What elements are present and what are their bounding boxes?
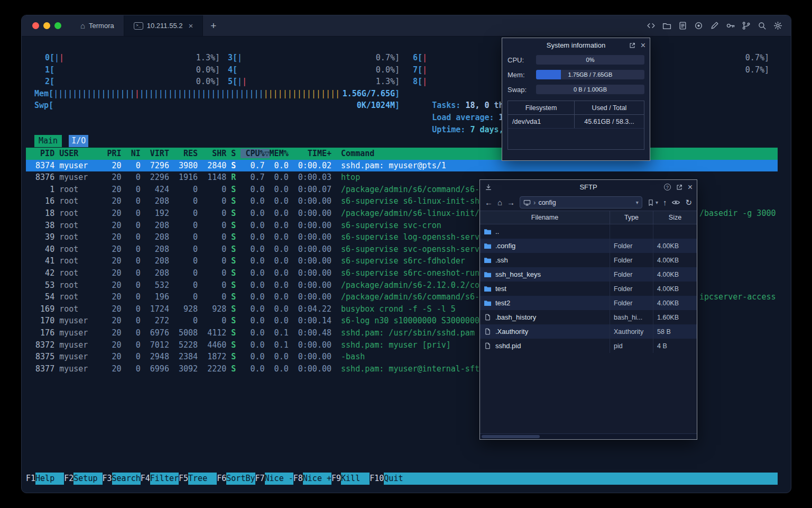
gear-icon[interactable] — [773, 21, 782, 30]
fnkey-F7[interactable]: F7 — [255, 473, 265, 485]
minimize-window-button[interactable] — [43, 22, 50, 29]
col-header-time[interactable]: TIME+ — [293, 149, 331, 158]
show-hidden-files-icon[interactable] — [671, 198, 680, 207]
file-row-test[interactable]: testFolder4.00KB — [480, 282, 697, 296]
fnkey-label-F7[interactable]: Nice - — [265, 473, 293, 485]
meter-tick: | — [422, 65, 427, 75]
pencil-icon[interactable] — [710, 21, 719, 30]
cell-pid: 169 — [26, 304, 54, 314]
col-header-ni[interactable]: NI — [126, 149, 141, 158]
gap — [331, 328, 341, 338]
gap — [54, 232, 59, 242]
gap — [141, 208, 145, 218]
fnkey-label-F5[interactable]: Tree — [188, 473, 217, 485]
download-icon[interactable] — [485, 184, 492, 191]
col-header-pri[interactable]: PRI — [107, 149, 122, 158]
forward-button[interactable]: → — [507, 198, 515, 206]
col-header-mem[interactable]: MEM% — [270, 149, 289, 158]
fnkey-F3[interactable]: F3 — [103, 473, 112, 485]
key-icon[interactable] — [726, 21, 735, 30]
close-window-button[interactable] — [32, 22, 39, 29]
col-header-user[interactable]: USER — [59, 149, 107, 158]
file-row-.config[interactable]: .configFolder4.00KB — [480, 239, 697, 253]
search-icon[interactable] — [758, 21, 767, 30]
fnkey-F8[interactable]: F8 — [293, 473, 303, 485]
fnkey-label-F9[interactable]: Kill — [341, 473, 370, 485]
new-tab-button[interactable]: + — [203, 15, 224, 36]
col-header-virt[interactable]: VIRT — [145, 149, 169, 158]
cell-cpu: 0.0 — [241, 221, 264, 230]
memory-meter-label: Mem[ — [34, 88, 53, 100]
scrollbar-thumb[interactable] — [482, 435, 540, 438]
fnkey-F5[interactable]: F5 — [179, 473, 188, 485]
col-header-filename[interactable]: Filename — [480, 211, 610, 224]
meter-tick: | — [106, 89, 110, 98]
gap — [169, 328, 174, 338]
cell-mem: 0.0 — [265, 173, 289, 182]
file-row-test2[interactable]: test2Folder4.00KB — [480, 296, 697, 310]
folder-icon[interactable] — [662, 21, 671, 30]
fnkey-label-F3[interactable]: Search — [112, 473, 141, 485]
col-header-res[interactable]: RES — [174, 149, 198, 158]
parent-directory-button[interactable]: ↑ — [663, 198, 667, 206]
col-header-pid[interactable]: PID — [26, 149, 54, 158]
close-tab-icon[interactable]: × — [188, 21, 193, 30]
fnkey-label-F10[interactable]: Quit — [384, 473, 412, 485]
close-panel-icon[interactable]: × — [641, 41, 645, 50]
file-row-ssh_host_keys[interactable]: ssh_host_keysFolder4.00KB — [480, 267, 697, 282]
cell-virt: 6976 — [145, 328, 169, 338]
fnkey-label-F1[interactable]: Help — [35, 473, 64, 485]
open-in-window-icon[interactable] — [676, 184, 683, 191]
process-row[interactable]: 8374 myuser 20 0 7296 3980 2840 S 0.7 0.… — [26, 160, 778, 172]
file-row-.Xauthority[interactable]: .XauthorityXauthority58 B — [480, 324, 697, 339]
fnkey-label-F8[interactable]: Nice + — [303, 473, 331, 485]
fnkey-F2[interactable]: F2 — [64, 473, 73, 485]
file-row-..[interactable]: .. — [480, 224, 697, 239]
fnkey-F10[interactable]: F10 — [370, 473, 384, 485]
branch-icon[interactable] — [742, 21, 751, 30]
refresh-button[interactable]: ↻ — [685, 198, 692, 206]
file-row-.bash_history[interactable]: .bash_historybash_hi...1.60KB — [480, 310, 697, 324]
htop-tab-main[interactable]: Main — [34, 135, 62, 147]
file-row-.ssh[interactable]: .sshFolder4.00KB — [480, 253, 697, 267]
gap — [141, 316, 145, 325]
record-icon[interactable] — [694, 21, 703, 30]
cell-ni: 0 — [126, 232, 141, 242]
col-header-shr[interactable]: SHR — [202, 149, 226, 158]
code-icon[interactable] — [647, 21, 656, 30]
chevron-down-icon[interactable]: ▾ — [636, 199, 639, 205]
current-folder-label[interactable]: config — [538, 199, 556, 206]
cell-mem: 0.1 — [265, 340, 289, 350]
document-icon[interactable] — [678, 21, 687, 30]
fnkey-F4[interactable]: F4 — [141, 473, 150, 485]
home-button[interactable]: ⌂ — [497, 198, 502, 206]
horizontal-scrollbar[interactable] — [480, 433, 697, 439]
fnkey-F1[interactable]: F1 — [26, 473, 35, 485]
cell-cpu: 0.0 — [241, 328, 264, 338]
col-header-command[interactable]: Command — [341, 149, 374, 158]
col-header-size[interactable]: Size — [653, 211, 697, 224]
file-name-cell: .config — [480, 239, 610, 253]
close-panel-icon[interactable]: × — [688, 183, 693, 192]
col-header-cpu[interactable]: CPU%▽ — [241, 149, 269, 158]
bookmarks-button[interactable]: ▾ — [647, 199, 658, 206]
zoom-window-button[interactable] — [54, 22, 61, 29]
tab-termora-home[interactable]: ⌂ Termora — [71, 15, 124, 36]
cell-time: 0:00.00 — [293, 280, 331, 290]
open-in-window-icon[interactable] — [629, 42, 636, 49]
fnkey-F9[interactable]: F9 — [331, 473, 341, 485]
fnkey-label-F4[interactable]: Filter — [150, 473, 179, 485]
htop-tab-io[interactable]: I/O — [69, 135, 88, 147]
gap — [198, 196, 202, 206]
help-icon[interactable]: ? — [664, 184, 671, 190]
fnkey-label-F6[interactable]: SortBy — [226, 473, 255, 485]
col-header-type[interactable]: Type — [610, 211, 653, 224]
path-breadcrumb[interactable]: › config ▾ — [520, 196, 642, 208]
back-button[interactable]: ← — [485, 198, 493, 206]
file-row-sshd.pid[interactable]: sshd.pidpid4 B — [480, 339, 697, 353]
fnkey-F6[interactable]: F6 — [217, 473, 226, 485]
meter-tick: | — [197, 89, 201, 98]
filesystem-row[interactable]: /dev/vda1 45.61GB / 58.3... — [508, 115, 644, 129]
fnkey-label-F2[interactable]: Setup — [73, 473, 102, 485]
tab-ssh-session[interactable]: >_ 10.211.55.2 × — [124, 15, 203, 36]
